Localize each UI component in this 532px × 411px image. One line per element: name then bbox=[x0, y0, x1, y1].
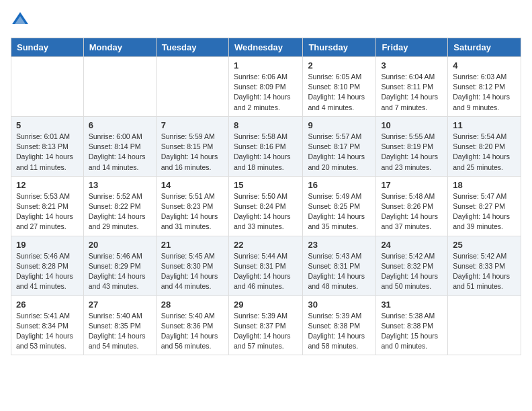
weekday-header-thursday: Thursday bbox=[303, 38, 376, 57]
day-info: Sunrise: 5:59 AM Sunset: 8:15 PM Dayligh… bbox=[161, 132, 224, 173]
day-info: Sunrise: 5:39 AM Sunset: 8:38 PM Dayligh… bbox=[308, 311, 371, 352]
day-info: Sunrise: 5:58 AM Sunset: 8:16 PM Dayligh… bbox=[234, 132, 298, 173]
day-cell: 15Sunrise: 5:50 AM Sunset: 8:24 PM Dayli… bbox=[228, 176, 302, 236]
day-number: 19 bbox=[16, 240, 79, 250]
day-cell: 8Sunrise: 5:58 AM Sunset: 8:16 PM Daylig… bbox=[228, 116, 302, 176]
day-number: 27 bbox=[89, 300, 151, 310]
day-info: Sunrise: 5:52 AM Sunset: 8:22 PM Dayligh… bbox=[89, 191, 151, 232]
day-info: Sunrise: 5:54 AM Sunset: 8:20 PM Dayligh… bbox=[453, 132, 516, 173]
day-info: Sunrise: 5:49 AM Sunset: 8:25 PM Dayligh… bbox=[308, 191, 371, 232]
day-cell bbox=[83, 57, 156, 117]
day-cell: 4Sunrise: 6:03 AM Sunset: 8:12 PM Daylig… bbox=[448, 57, 521, 117]
logo bbox=[11, 11, 32, 30]
day-number: 22 bbox=[234, 240, 298, 250]
day-number: 20 bbox=[89, 240, 151, 250]
day-info: Sunrise: 5:46 AM Sunset: 8:29 PM Dayligh… bbox=[89, 251, 151, 292]
day-info: Sunrise: 5:42 AM Sunset: 8:32 PM Dayligh… bbox=[381, 251, 443, 292]
day-cell: 14Sunrise: 5:51 AM Sunset: 8:23 PM Dayli… bbox=[156, 176, 228, 236]
day-cell: 17Sunrise: 5:48 AM Sunset: 8:26 PM Dayli… bbox=[376, 176, 448, 236]
day-number: 1 bbox=[234, 60, 298, 71]
day-cell: 11Sunrise: 5:54 AM Sunset: 8:20 PM Dayli… bbox=[448, 116, 521, 176]
day-cell: 18Sunrise: 5:47 AM Sunset: 8:27 PM Dayli… bbox=[448, 176, 521, 236]
day-info: Sunrise: 5:55 AM Sunset: 8:19 PM Dayligh… bbox=[381, 132, 443, 173]
week-row-4: 19Sunrise: 5:46 AM Sunset: 8:28 PM Dayli… bbox=[11, 236, 521, 295]
day-info: Sunrise: 5:51 AM Sunset: 8:23 PM Dayligh… bbox=[161, 191, 224, 232]
day-number: 5 bbox=[16, 120, 79, 130]
day-info: Sunrise: 5:38 AM Sunset: 8:38 PM Dayligh… bbox=[381, 311, 443, 352]
day-info: Sunrise: 5:53 AM Sunset: 8:21 PM Dayligh… bbox=[16, 191, 79, 232]
day-cell: 5Sunrise: 6:01 AM Sunset: 8:13 PM Daylig… bbox=[11, 116, 84, 176]
day-number: 14 bbox=[161, 180, 224, 190]
day-cell: 1Sunrise: 6:06 AM Sunset: 8:09 PM Daylig… bbox=[228, 57, 302, 117]
day-number: 17 bbox=[381, 180, 443, 190]
calendar-table: SundayMondayTuesdayWednesdayThursdayFrid… bbox=[11, 38, 521, 355]
day-cell: 28Sunrise: 5:40 AM Sunset: 8:36 PM Dayli… bbox=[156, 295, 228, 355]
week-row-2: 5Sunrise: 6:01 AM Sunset: 8:13 PM Daylig… bbox=[11, 116, 521, 176]
day-cell: 7Sunrise: 5:59 AM Sunset: 8:15 PM Daylig… bbox=[156, 116, 228, 176]
day-cell: 12Sunrise: 5:53 AM Sunset: 8:21 PM Dayli… bbox=[11, 176, 84, 236]
day-info: Sunrise: 5:46 AM Sunset: 8:28 PM Dayligh… bbox=[16, 251, 79, 292]
day-number: 8 bbox=[234, 120, 298, 130]
day-number: 21 bbox=[161, 240, 224, 250]
weekday-header-monday: Monday bbox=[83, 38, 156, 57]
day-cell: 13Sunrise: 5:52 AM Sunset: 8:22 PM Dayli… bbox=[83, 176, 156, 236]
day-number: 2 bbox=[308, 60, 371, 71]
day-cell: 9Sunrise: 5:57 AM Sunset: 8:17 PM Daylig… bbox=[303, 116, 376, 176]
weekday-header-sunday: Sunday bbox=[11, 38, 84, 57]
day-number: 26 bbox=[16, 300, 79, 310]
day-number: 15 bbox=[234, 180, 298, 190]
day-number: 9 bbox=[308, 120, 371, 130]
day-info: Sunrise: 6:00 AM Sunset: 8:14 PM Dayligh… bbox=[89, 132, 151, 173]
day-info: Sunrise: 5:41 AM Sunset: 8:34 PM Dayligh… bbox=[16, 311, 79, 352]
page-header bbox=[11, 11, 521, 30]
day-cell bbox=[11, 57, 84, 117]
day-info: Sunrise: 6:03 AM Sunset: 8:12 PM Dayligh… bbox=[453, 72, 516, 113]
day-cell: 19Sunrise: 5:46 AM Sunset: 8:28 PM Dayli… bbox=[11, 236, 84, 295]
day-number: 16 bbox=[308, 180, 371, 190]
day-info: Sunrise: 5:39 AM Sunset: 8:37 PM Dayligh… bbox=[234, 311, 298, 352]
day-info: Sunrise: 5:44 AM Sunset: 8:31 PM Dayligh… bbox=[234, 251, 298, 292]
day-number: 29 bbox=[234, 300, 298, 310]
day-cell: 31Sunrise: 5:38 AM Sunset: 8:38 PM Dayli… bbox=[376, 295, 448, 355]
day-number: 10 bbox=[381, 120, 443, 130]
day-cell: 3Sunrise: 6:04 AM Sunset: 8:11 PM Daylig… bbox=[376, 57, 448, 117]
day-number: 31 bbox=[381, 300, 443, 310]
day-cell: 2Sunrise: 6:05 AM Sunset: 8:10 PM Daylig… bbox=[303, 57, 376, 117]
day-number: 3 bbox=[381, 60, 443, 71]
day-info: Sunrise: 5:57 AM Sunset: 8:17 PM Dayligh… bbox=[308, 132, 371, 173]
day-info: Sunrise: 5:48 AM Sunset: 8:26 PM Dayligh… bbox=[381, 191, 443, 232]
day-info: Sunrise: 5:50 AM Sunset: 8:24 PM Dayligh… bbox=[234, 191, 298, 232]
day-number: 24 bbox=[381, 240, 443, 250]
day-number: 28 bbox=[161, 300, 224, 310]
week-row-1: 1Sunrise: 6:06 AM Sunset: 8:09 PM Daylig… bbox=[11, 57, 521, 117]
logo-icon bbox=[11, 11, 30, 30]
weekday-header-wednesday: Wednesday bbox=[228, 38, 302, 57]
day-number: 18 bbox=[453, 180, 516, 190]
day-cell: 23Sunrise: 5:43 AM Sunset: 8:31 PM Dayli… bbox=[303, 236, 376, 295]
weekday-header-saturday: Saturday bbox=[448, 38, 521, 57]
day-number: 4 bbox=[453, 60, 516, 71]
day-cell bbox=[156, 57, 228, 117]
day-cell: 24Sunrise: 5:42 AM Sunset: 8:32 PM Dayli… bbox=[376, 236, 448, 295]
day-cell: 22Sunrise: 5:44 AM Sunset: 8:31 PM Dayli… bbox=[228, 236, 302, 295]
day-number: 23 bbox=[308, 240, 371, 250]
day-cell: 16Sunrise: 5:49 AM Sunset: 8:25 PM Dayli… bbox=[303, 176, 376, 236]
day-info: Sunrise: 5:43 AM Sunset: 8:31 PM Dayligh… bbox=[308, 251, 371, 292]
day-cell: 27Sunrise: 5:40 AM Sunset: 8:35 PM Dayli… bbox=[83, 295, 156, 355]
day-info: Sunrise: 5:40 AM Sunset: 8:35 PM Dayligh… bbox=[89, 311, 151, 352]
day-cell: 29Sunrise: 5:39 AM Sunset: 8:37 PM Dayli… bbox=[228, 295, 302, 355]
weekday-header-row: SundayMondayTuesdayWednesdayThursdayFrid… bbox=[11, 38, 521, 57]
day-info: Sunrise: 6:06 AM Sunset: 8:09 PM Dayligh… bbox=[234, 72, 298, 113]
day-number: 7 bbox=[161, 120, 224, 130]
day-info: Sunrise: 5:47 AM Sunset: 8:27 PM Dayligh… bbox=[453, 191, 516, 232]
weekday-header-tuesday: Tuesday bbox=[156, 38, 228, 57]
week-row-3: 12Sunrise: 5:53 AM Sunset: 8:21 PM Dayli… bbox=[11, 176, 521, 236]
day-number: 6 bbox=[89, 120, 151, 130]
day-cell: 26Sunrise: 5:41 AM Sunset: 8:34 PM Dayli… bbox=[11, 295, 84, 355]
day-info: Sunrise: 5:42 AM Sunset: 8:33 PM Dayligh… bbox=[453, 251, 516, 292]
day-number: 25 bbox=[453, 240, 516, 250]
day-number: 13 bbox=[89, 180, 151, 190]
day-cell: 30Sunrise: 5:39 AM Sunset: 8:38 PM Dayli… bbox=[303, 295, 376, 355]
day-info: Sunrise: 5:45 AM Sunset: 8:30 PM Dayligh… bbox=[161, 251, 224, 292]
week-row-5: 26Sunrise: 5:41 AM Sunset: 8:34 PM Dayli… bbox=[11, 295, 521, 355]
